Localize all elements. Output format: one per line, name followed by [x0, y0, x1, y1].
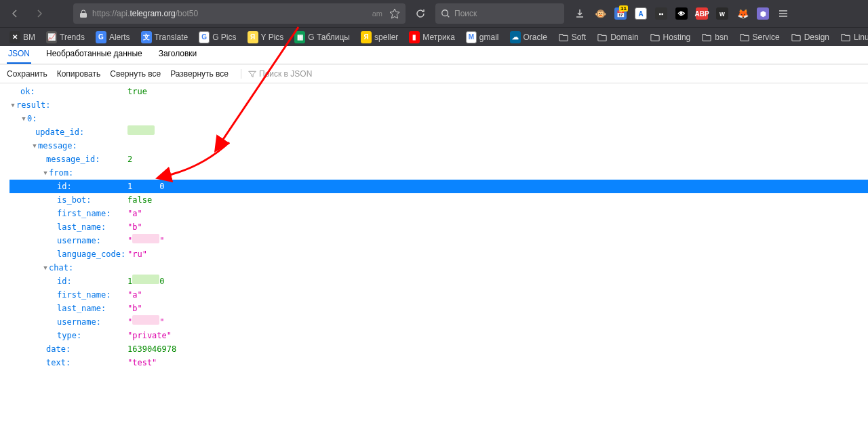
bookmark-item[interactable]: Linux: [836, 31, 868, 44]
ext-icon-9[interactable]: ⬢: [755, 6, 770, 21]
favicon-icon: Я: [361, 32, 372, 43]
bookmark-item[interactable]: GG Pics: [195, 31, 240, 44]
json-row-from[interactable]: ▼from:: [9, 166, 868, 180]
ext-icon-8[interactable]: 🦊: [735, 6, 750, 21]
folder-icon: [701, 32, 712, 43]
filter-placeholder: Поиск в JSON: [259, 69, 312, 79]
bookmark-item[interactable]: Яspeller: [357, 31, 402, 44]
json-row-from-id[interactable]: id:10: [9, 180, 868, 193]
bookmark-item[interactable]: ▦G Таблицы: [290, 31, 354, 44]
action-copy[interactable]: Копировать: [57, 69, 101, 79]
favicon-icon: ☁: [510, 32, 521, 43]
svg-point-0: [442, 10, 448, 16]
bookmark-label: Y Pics: [261, 33, 284, 42]
bookmark-label: Linux: [854, 33, 868, 42]
bookmark-star-icon[interactable]: [389, 8, 400, 19]
bookmark-label: Oracle: [524, 33, 547, 42]
folder-icon: [558, 32, 569, 43]
ext-icon-6-adblock[interactable]: ABP: [694, 6, 709, 21]
json-row-type[interactable]: type:"private": [9, 329, 868, 342]
json-row-chat[interactable]: ▼chat:: [9, 261, 868, 275]
json-row-message-id[interactable]: message_id:2: [9, 153, 868, 166]
action-save[interactable]: Сохранить: [7, 69, 47, 79]
favicon-icon: ▦: [294, 32, 305, 43]
bookmark-item[interactable]: ☁Oracle: [506, 31, 551, 44]
json-row-first-name[interactable]: first_name:"a": [9, 207, 868, 220]
bookmark-item[interactable]: ЯY Pics: [243, 31, 288, 44]
ext-icon-2[interactable]: 📅11: [613, 6, 628, 21]
ext-icon-1[interactable]: 🐵: [593, 6, 608, 21]
reload-button[interactable]: [411, 4, 430, 23]
folder-icon: [739, 32, 750, 43]
bookmark-item[interactable]: 文Translate: [137, 31, 193, 44]
back-button[interactable]: [5, 4, 24, 23]
favicon-icon: 📈: [46, 32, 57, 43]
tab-json[interactable]: JSON: [7, 45, 31, 64]
json-row-chat-first-name[interactable]: first_name:"a": [9, 288, 868, 302]
bookmark-label: gmail: [479, 33, 499, 42]
forward-button[interactable]: [30, 4, 49, 23]
bookmark-label: Service: [753, 33, 780, 42]
url-bar[interactable]: https://api.telegram.org/bot50 am: [73, 3, 406, 24]
json-row-chat-username[interactable]: username:"": [9, 315, 868, 329]
json-row-language-code[interactable]: language_code:"ru": [9, 247, 868, 261]
bookmark-label: Hosting: [663, 33, 691, 42]
json-tree: ok:true ▼result: ▼0: update_id: ▼message…: [0, 83, 868, 369]
ext-icon-5[interactable]: 👁: [674, 6, 689, 21]
folder-icon: [791, 32, 802, 43]
json-row-message[interactable]: ▼message:: [9, 139, 868, 153]
bookmark-item[interactable]: ✕BM: [5, 31, 39, 44]
bookmark-item[interactable]: Mgmail: [462, 31, 503, 44]
ext-icon-4[interactable]: ▪▪: [654, 6, 669, 21]
url-hint: am: [372, 9, 382, 18]
json-row-is-bot[interactable]: is_bot:false: [9, 193, 868, 207]
menu-icon[interactable]: [776, 6, 791, 21]
favicon-icon: M: [466, 32, 477, 43]
search-icon: [441, 9, 450, 18]
favicon-icon: ✕: [9, 32, 20, 43]
ext-icon-3[interactable]: A: [633, 6, 648, 21]
folder-icon: [840, 32, 851, 43]
json-row-ok[interactable]: ok:true: [9, 85, 868, 98]
filter-box[interactable]: Поиск в JSON: [241, 69, 312, 79]
bookmark-item[interactable]: Soft: [554, 31, 590, 44]
tab-headers[interactable]: Заголовки: [157, 45, 199, 64]
tab-raw[interactable]: Необработанные данные: [45, 45, 144, 64]
bookmark-item[interactable]: Hosting: [646, 31, 695, 44]
bookmark-label: G Pics: [212, 33, 236, 42]
json-row-date[interactable]: date:1639046978: [9, 342, 868, 356]
bookmark-label: bsn: [715, 33, 728, 42]
bookmark-item[interactable]: Service: [735, 31, 784, 44]
viewer-tabs: JSON Необработанные данные Заголовки: [0, 46, 868, 64]
bookmark-item[interactable]: bsn: [697, 31, 732, 44]
bookmark-item[interactable]: GAlerts: [92, 31, 134, 44]
json-row-username[interactable]: username:"": [9, 234, 868, 247]
json-row-text[interactable]: text:"test": [9, 356, 868, 369]
action-expand[interactable]: Развернуть все: [170, 69, 229, 79]
json-row-0[interactable]: ▼0:: [9, 112, 868, 125]
bookmark-label: Soft: [572, 33, 586, 42]
bookmark-label: Translate: [155, 33, 189, 42]
search-bar[interactable]: Поиск: [435, 3, 564, 24]
bookmark-label: Метрика: [422, 33, 454, 42]
json-row-chat-last-name[interactable]: last_name:"b": [9, 302, 868, 315]
json-row-result[interactable]: ▼result:: [9, 98, 868, 112]
bookmark-label: speller: [374, 33, 398, 42]
url-text: https://api.telegram.org/bot50: [92, 9, 368, 18]
bookmark-item[interactable]: 📈Trends: [42, 31, 89, 44]
bookmark-item[interactable]: Domain: [593, 31, 642, 44]
json-row-update-id[interactable]: update_id:: [9, 125, 868, 139]
bookmark-item[interactable]: Design: [787, 31, 833, 44]
action-bar: Сохранить Копировать Свернуть все Развер…: [0, 64, 868, 83]
bookmarks-bar: ✕BM📈TrendsGAlerts文TranslateGG PicsЯY Pic…: [0, 27, 868, 46]
search-placeholder: Поиск: [454, 9, 477, 18]
download-icon[interactable]: [572, 6, 587, 21]
bookmark-item[interactable]: ▮Метрика: [405, 31, 458, 44]
ext-icon-7-vk[interactable]: w: [715, 6, 730, 21]
favicon-icon: Я: [248, 32, 258, 43]
action-collapse[interactable]: Свернуть все: [110, 69, 161, 79]
bookmark-label: G Таблицы: [308, 33, 350, 42]
json-row-chat-id[interactable]: id:10: [9, 275, 868, 288]
json-row-last-name[interactable]: last_name:"b": [9, 220, 868, 234]
toolbar-extensions: 🐵 📅11 A ▪▪ 👁 ABP w 🦊 ⬢: [572, 6, 791, 21]
